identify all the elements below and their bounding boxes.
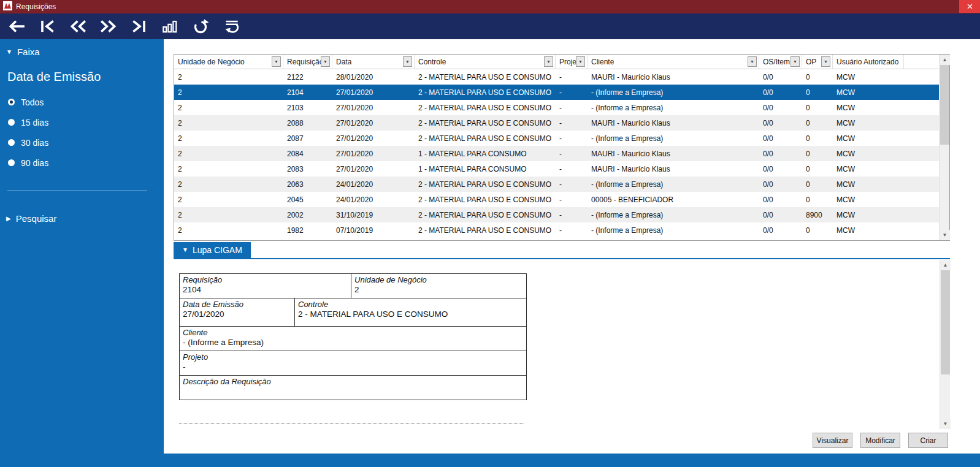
table-row[interactable]: 2200231/10/20192 - MATERIAL PARA USO E C… [174, 207, 949, 222]
grid-cell: 2122 [283, 73, 332, 82]
return-list-button[interactable] [221, 16, 242, 37]
next-page-button[interactable] [98, 16, 119, 37]
radio-icon [8, 99, 15, 105]
grid-cell: MCW [833, 88, 904, 97]
grid-cell: 2 [174, 104, 283, 112]
grid-cell: 2083 [283, 165, 332, 173]
grid-cell: MCW [833, 180, 904, 189]
action-buttons: Visualizar Modificar Criar [813, 433, 948, 448]
grid-cell: MAURI - Maurício Klaus [588, 119, 759, 127]
column-filter-dropdown-icon[interactable]: ▼ [576, 56, 585, 67]
grid-cell: 2103 [283, 104, 332, 112]
grid-cell: 0/0 [759, 196, 802, 204]
requisitions-grid: Unidade de Negócio▼Requisição▼Data▼Contr… [174, 54, 950, 241]
grid-cell: 0 [802, 180, 833, 189]
field-label: Requisição [183, 275, 348, 284]
first-record-button[interactable] [37, 16, 58, 37]
column-filter-dropdown-icon[interactable]: ▼ [748, 56, 757, 67]
grid-scrollbar[interactable]: ▲ ▼ [939, 55, 949, 240]
sidebar-divider [7, 190, 147, 191]
column-filter-dropdown-icon[interactable]: ▼ [544, 56, 553, 67]
grid-cell: - (Informe a Empresa) [588, 104, 759, 112]
radio-option-todos[interactable]: Todos [8, 92, 48, 112]
table-row[interactable]: 2210327/01/20202 - MATERIAL PARA USO E C… [174, 100, 949, 115]
column-filter-dropdown-icon[interactable]: ▼ [403, 56, 412, 67]
grid-cell: MCW [833, 134, 904, 143]
detail-scrollbar[interactable]: ▲ ▼ [940, 260, 950, 429]
scroll-down-icon[interactable]: ▼ [940, 419, 951, 429]
column-label: Unidade de Negócio [178, 58, 245, 66]
last-record-icon [130, 18, 148, 34]
pesquisar-section-header[interactable]: ▶ Pesquisar [6, 213, 56, 224]
radio-label: 90 dias [21, 158, 48, 168]
grid-cell: 8900 [802, 211, 833, 219]
scroll-up-icon[interactable]: ▲ [940, 260, 951, 270]
column-filter-dropdown-icon[interactable]: ▼ [272, 56, 281, 67]
detail-fields-table: Requisição 2104 Unidade de Negócio 2 Dat… [179, 273, 527, 400]
grid-cell: 07/10/2019 [332, 226, 415, 235]
table-row[interactable]: 2206324/01/20202 - MATERIAL PARA USO E C… [174, 177, 949, 192]
previous-page-icon [69, 18, 87, 34]
grid-cell: 0 [802, 134, 833, 143]
radio-option-15-dias[interactable]: 15 dias [8, 112, 48, 132]
table-row[interactable]: 2208427/01/20201 - MATERIAL PARA CONSUMO… [174, 146, 949, 161]
grid-cell: 2 [174, 196, 283, 204]
grid-cell: - (Informe a Empresa) [588, 88, 759, 97]
field-value: 2104 [183, 284, 348, 295]
back-icon [7, 18, 26, 34]
column-header-9: Usuário Autorizado [833, 55, 904, 69]
grid-cell: MCW [833, 104, 904, 112]
grid-cell: 0 [802, 150, 833, 158]
column-filter-dropdown-icon[interactable]: ▼ [321, 56, 330, 67]
grid-cell: 31/10/2019 [332, 211, 415, 219]
grid-cell: 0 [802, 73, 833, 82]
table-row[interactable]: 2212228/01/20202 - MATERIAL PARA USO E C… [174, 69, 949, 85]
criar-button[interactable]: Criar [908, 433, 948, 448]
table-row[interactable]: 2208327/01/20201 - MATERIAL PARA CONSUMO… [174, 161, 949, 177]
grid-cell: 2 [174, 180, 283, 189]
scroll-down-icon[interactable]: ▼ [940, 230, 950, 240]
table-row[interactable]: 2208727/01/20202 - MATERIAL PARA USO E C… [174, 131, 949, 146]
requisicoes-window: Requisições [0, 0, 980, 467]
grid-cell: 0/0 [759, 73, 802, 82]
faixa-section-header[interactable]: ▼ Faixa [6, 47, 40, 57]
refresh-button[interactable] [190, 16, 211, 37]
grid-cell: - [556, 165, 588, 173]
close-button[interactable] [959, 0, 980, 13]
table-row[interactable]: 2204524/01/20202 - MATERIAL PARA USO E C… [174, 192, 949, 207]
grid-cell: 2 - MATERIAL PARA USO E CONSUMO [415, 211, 556, 219]
column-label: OS/Item [763, 58, 790, 66]
radio-icon [8, 159, 15, 166]
lupa-cigam-tab[interactable]: ▼ Lupa CIGAM [174, 242, 251, 258]
grid-cell: 2 [174, 211, 283, 219]
close-icon [967, 2, 973, 11]
grid-cell: 2 - MATERIAL PARA USO E CONSUMO [415, 196, 556, 204]
visualizar-button[interactable]: Visualizar [813, 433, 852, 448]
grid-cell: 2 [174, 150, 283, 158]
scrollbar-thumb[interactable] [941, 270, 950, 374]
field-label: Projeto [183, 352, 523, 362]
modificar-button[interactable]: Modificar [860, 433, 900, 448]
radio-option-30-dias[interactable]: 30 dias [8, 132, 48, 153]
scroll-up-icon[interactable]: ▲ [940, 55, 950, 65]
collapse-down-icon: ▼ [182, 247, 188, 253]
radio-option-90-dias[interactable]: 90 dias [8, 153, 48, 173]
table-row[interactable]: 2210427/01/20202 - MATERIAL PARA USO E C… [174, 85, 949, 100]
column-label: Cliente [591, 58, 614, 66]
field-data-emissao: Data de Emissão 27/01/2020 [180, 298, 295, 327]
back-button[interactable] [6, 16, 27, 37]
previous-page-button[interactable] [67, 16, 88, 37]
column-filter-dropdown-icon[interactable]: ▼ [821, 56, 830, 67]
grid-cell: MAURI - Maurício Klaus [588, 150, 759, 158]
grid-cell: 0 [802, 88, 833, 97]
column-filter-dropdown-icon[interactable]: ▼ [791, 56, 800, 67]
chart-analysis-button[interactable] [159, 16, 180, 37]
grid-cell: - (Informe a Empresa) [588, 180, 759, 189]
grid-cell: - [556, 150, 588, 158]
table-row[interactable]: 2208827/01/20202 - MATERIAL PARA USO E C… [174, 115, 949, 131]
scrollbar-thumb[interactable] [940, 65, 949, 145]
column-label: Projeto [559, 58, 576, 66]
table-row[interactable]: 2198207/10/20192 - MATERIAL PARA USO E C… [174, 222, 949, 238]
collapse-down-icon: ▼ [6, 49, 12, 55]
last-record-button[interactable] [129, 16, 150, 37]
